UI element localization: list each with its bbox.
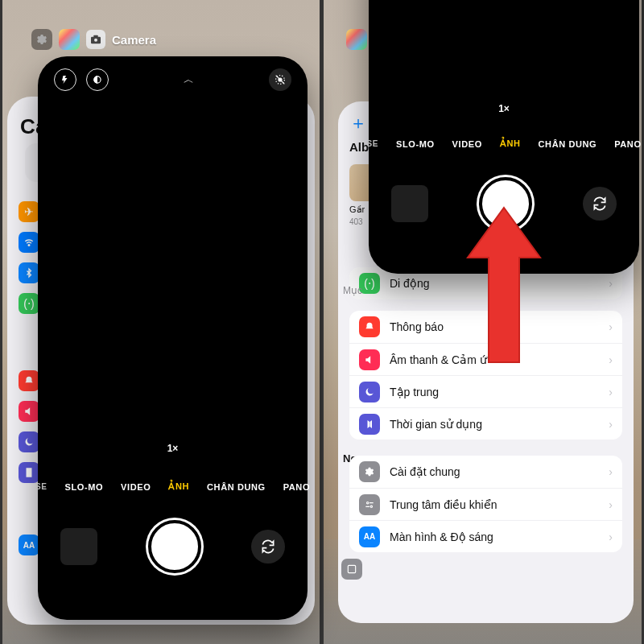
chevron-right-icon: › (609, 320, 613, 333)
row-label: Thời gian sử dụng (390, 418, 599, 431)
screentime-icon (19, 462, 39, 483)
screentime-icon (359, 414, 380, 435)
focus-icon (359, 382, 380, 402)
mode-video[interactable]: VIDEO (452, 139, 482, 149)
mode-slomo[interactable]: SLO-MO (396, 139, 435, 149)
svg-point-12 (370, 506, 372, 507)
settings-group-b: Thông báo › Âm thanh & Cảm ứ › Tập trung… (349, 311, 622, 440)
album-count: 403 (349, 217, 363, 226)
mode-photo[interactable]: ẢNH (500, 138, 521, 149)
display-aa-icon: AA (19, 535, 39, 555)
chevron-right-icon: › (609, 498, 613, 511)
mode-video[interactable]: VIDEO (121, 482, 151, 492)
camera-card-floating[interactable]: 1× SE SLO-MO VIDEO ẢNH CHÂN DUNG PANO (369, 0, 639, 274)
row-focus[interactable]: Tập trung › (349, 375, 622, 407)
tutorial-composite: Cài ✈ (⋅) (0, 0, 644, 644)
flip-camera-icon[interactable] (251, 530, 285, 564)
chevron-right-icon: › (609, 277, 613, 290)
settings-app-icon[interactable] (31, 29, 52, 50)
row-label: Cài đặt chung (390, 465, 599, 478)
focus-icon (19, 431, 39, 452)
camera-card[interactable]: ︿ 1× SE SLO-MO VIDEO ẢNH CHÂN DUNG PANO (38, 56, 308, 620)
shutter-button[interactable] (148, 520, 201, 573)
mode-pano[interactable]: PANO (283, 482, 310, 492)
row-label: Màn hình & Độ sáng (390, 530, 599, 543)
svg-point-3 (94, 39, 97, 42)
zoom-level[interactable]: 1× (38, 443, 308, 454)
notifications-icon (359, 316, 380, 337)
camera-modes[interactable]: SE SLO-MO VIDEO ẢNH CHÂN DUNG PANO (38, 481, 308, 492)
row-sounds[interactable]: Âm thanh & Cảm ứ › (349, 343, 622, 375)
section-muc: Mục (343, 285, 362, 296)
row-label: Di động (390, 277, 599, 290)
chevron-right-icon: › (609, 353, 613, 366)
photos-app-icon[interactable] (346, 29, 367, 50)
settings-group-c: Cài đặt chung › Trung tâm điều khiển › A… (349, 456, 622, 552)
mode-cut[interactable]: SE (35, 482, 47, 491)
gear-icon (359, 461, 380, 482)
mode-portrait[interactable]: CHÂN DUNG (207, 482, 266, 492)
airplane-icon: ✈ (19, 201, 39, 222)
last-photo-thumb[interactable] (60, 528, 97, 565)
camera-modes[interactable]: SE SLO-MO VIDEO ẢNH CHÂN DUNG PANO (369, 138, 639, 149)
chevron-right-icon: › (609, 465, 613, 478)
display-aa-icon: AA (359, 526, 380, 547)
camera-controls (369, 177, 639, 230)
chevron-up-icon[interactable]: ︿ (184, 72, 194, 87)
row-general[interactable]: Cài đặt chung › (349, 456, 622, 488)
mode-photo[interactable]: ẢNH (168, 481, 189, 492)
svg-line-8 (276, 76, 285, 85)
row-label: Trung tâm điều khiển (390, 498, 599, 511)
mode-cut[interactable]: SE (366, 139, 378, 148)
cellular-icon: (⋅) (19, 293, 39, 314)
flip-camera-icon[interactable] (583, 187, 617, 221)
row-label: Thông báo (390, 320, 599, 333)
svg-rect-4 (93, 35, 97, 38)
sounds-icon (19, 401, 39, 422)
chevron-right-icon: › (609, 530, 613, 543)
camera-app-icon[interactable] (86, 30, 105, 49)
album-caption: Gầr (349, 204, 365, 215)
live-photo-icon[interactable] (269, 68, 291, 91)
switcher-header: Camera (31, 29, 156, 50)
switcher-app-label: Camera (112, 33, 156, 47)
night-mode-icon[interactable] (86, 68, 109, 91)
flash-icon[interactable] (54, 68, 76, 91)
zoom-level[interactable]: 1× (369, 103, 639, 114)
last-photo-thumb[interactable] (391, 185, 428, 222)
camera-top-bar: ︿ (38, 68, 308, 92)
svg-rect-14 (348, 565, 355, 572)
photos-app-icon[interactable] (59, 29, 80, 50)
right-panel: ＋ Al Alb Gầr 403 (⋅) Di động › Thông báo… (322, 0, 644, 644)
camera-controls (38, 520, 308, 573)
settings-sidebar-peek: ✈ (⋅) (19, 201, 39, 555)
mode-pano[interactable]: PANO (614, 139, 641, 149)
bottom-aa-icon (341, 559, 362, 580)
sounds-icon (359, 349, 380, 370)
svg-point-10 (367, 502, 369, 503)
row-display[interactable]: AA Màn hình & Độ sáng › (349, 520, 622, 552)
notifications-icon (19, 370, 39, 391)
row-label: Tập trung (390, 386, 599, 398)
left-panel: Cài ✈ (⋅) (0, 0, 322, 644)
mode-slomo[interactable]: SLO-MO (65, 482, 104, 492)
mode-portrait[interactable]: CHÂN DUNG (539, 139, 597, 149)
wifi-icon (19, 232, 39, 253)
switcher-header-right (346, 29, 367, 50)
row-screentime[interactable]: Thời gian sử dụng › (349, 407, 622, 440)
add-button[interactable]: ＋ (349, 111, 367, 135)
chevron-right-icon: › (609, 418, 613, 431)
shutter-button[interactable] (479, 177, 532, 230)
svg-point-0 (28, 245, 30, 246)
chevron-right-icon: › (609, 386, 613, 398)
control-center-icon (359, 494, 380, 515)
row-notifications[interactable]: Thông báo › (349, 311, 622, 343)
row-label: Âm thanh & Cảm ứ (390, 353, 599, 366)
bluetooth-icon (19, 262, 39, 283)
row-control-center[interactable]: Trung tâm điều khiển › (349, 488, 622, 520)
